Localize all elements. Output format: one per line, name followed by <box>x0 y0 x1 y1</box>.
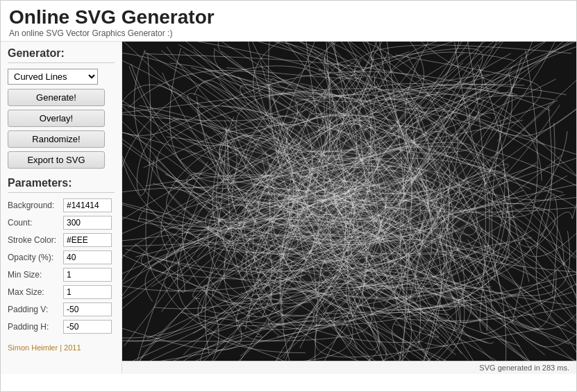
param-row-maxsize: Max Size: <box>8 285 115 299</box>
param-input-maxsize[interactable] <box>63 285 112 299</box>
param-input-stroke[interactable] <box>63 233 112 247</box>
svg-canvas <box>122 42 576 361</box>
param-input-paddingh[interactable] <box>63 320 112 334</box>
content-wrapper: SVG generated in 283 ms. <box>122 42 576 374</box>
main-layout: Generator: Curved Lines Straight Lines C… <box>1 42 576 374</box>
param-label-opacity: Opacity (%): <box>8 253 63 262</box>
param-label-paddingh: Padding H: <box>8 322 63 332</box>
param-label-stroke: Stroke Color: <box>8 235 63 245</box>
param-row-opacity: Opacity (%): <box>8 250 115 264</box>
params-section-title: Parameters: <box>8 177 115 193</box>
param-label-count: Count: <box>8 218 63 228</box>
param-label-maxsize: Max Size: <box>8 287 63 297</box>
app-container: Online SVG Generator An online SVG Vecto… <box>0 0 577 392</box>
param-row-count: Count: <box>8 216 115 230</box>
param-row-paddingh: Padding H: <box>8 320 115 334</box>
page-subtitle: An online SVG Vector Graphics Generator … <box>9 28 568 38</box>
param-input-background[interactable] <box>63 198 112 212</box>
params-section: Parameters: Background: Count: Stroke Co… <box>8 177 115 334</box>
sidebar: Generator: Curved Lines Straight Lines C… <box>1 42 122 374</box>
credit-text: Simon Heimler | 2011 <box>8 343 115 352</box>
randomize-button[interactable]: Randomize! <box>8 130 105 148</box>
param-label-background: Background: <box>8 201 63 210</box>
param-row-paddingv: Padding V: <box>8 302 115 316</box>
param-label-minsize: Min Size: <box>8 270 63 280</box>
param-row-stroke: Stroke Color: <box>8 233 115 247</box>
param-row-background: Background: <box>8 198 115 212</box>
page-header: Online SVG Generator An online SVG Vecto… <box>1 1 576 42</box>
param-input-paddingv[interactable] <box>63 302 112 316</box>
export-button[interactable]: Export to SVG <box>8 151 105 169</box>
status-text: SVG generated in 283 ms. <box>479 364 569 372</box>
generator-select-row: Curved Lines Straight Lines Circles Rect… <box>8 69 115 85</box>
param-label-paddingv: Padding V: <box>8 305 63 314</box>
param-input-count[interactable] <box>63 216 112 230</box>
generator-select[interactable]: Curved Lines Straight Lines Circles Rect… <box>8 69 98 85</box>
generator-section-title: Generator: <box>8 47 115 63</box>
param-row-minsize: Min Size: <box>8 268 115 282</box>
overlay-button[interactable]: Overlay! <box>8 110 105 127</box>
canvas-area <box>122 42 576 361</box>
generate-button[interactable]: Generate! <box>8 89 105 106</box>
param-input-opacity[interactable] <box>63 250 112 264</box>
status-bar: SVG generated in 283 ms. <box>122 361 576 374</box>
page-title: Online SVG Generator <box>9 6 568 28</box>
param-input-minsize[interactable] <box>63 268 112 282</box>
